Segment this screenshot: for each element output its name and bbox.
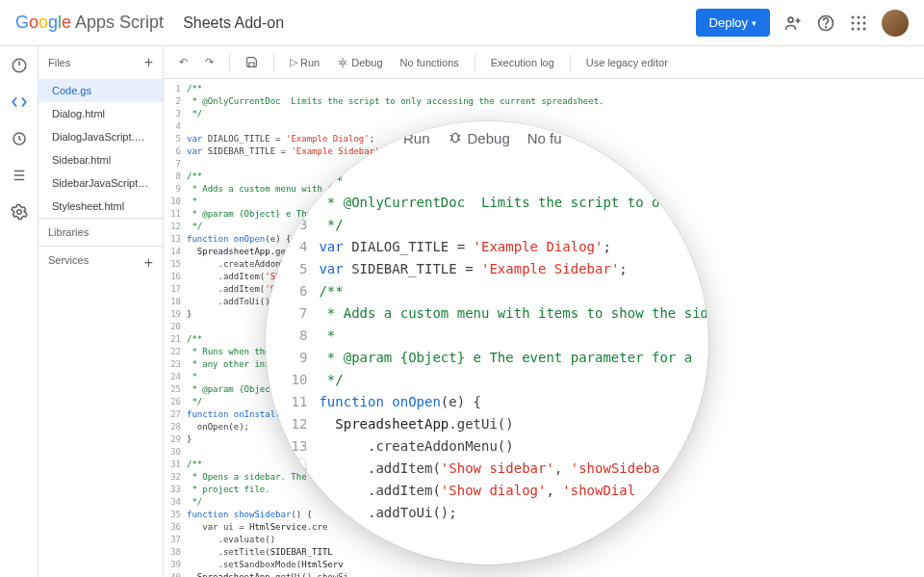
svg-point-21 (16, 210, 21, 215)
debug-button[interactable]: Debug (331, 54, 388, 71)
redo-button[interactable]: ↷ (199, 53, 219, 71)
file-item[interactable]: DialogJavaScript.html (38, 125, 163, 148)
run-button[interactable]: ▷ Run (284, 53, 325, 71)
help-icon[interactable] (816, 13, 835, 33)
libraries-header[interactable]: Libraries (48, 226, 89, 238)
svg-point-0 (788, 17, 793, 22)
save-button[interactable] (240, 53, 264, 71)
svg-point-6 (858, 15, 860, 18)
svg-point-4 (826, 26, 827, 27)
left-rail (0, 46, 38, 577)
debug-button-mag: Debug (448, 130, 510, 146)
editor-toolbar: ↶ ↷ ▷ Run Debug No functions Execution l… (164, 46, 924, 79)
add-service-button[interactable]: + (144, 254, 153, 272)
svg-point-7 (863, 15, 866, 18)
svg-point-10 (863, 21, 866, 24)
apps-icon[interactable] (849, 13, 868, 33)
project-name[interactable]: Sheets Add-on (183, 14, 284, 32)
file-item[interactable]: Stylesheet.html (38, 195, 163, 218)
file-item[interactable]: Code.gs (38, 79, 163, 102)
svg-line-26 (346, 64, 347, 65)
header: Google Apps Script Sheets Add-on Deploy (0, 0, 924, 46)
legacy-editor-button[interactable]: Use legacy editor (580, 54, 674, 71)
function-select[interactable]: No functions (395, 54, 465, 71)
add-file-button[interactable]: + (144, 54, 153, 71)
execution-log-button[interactable]: Execution log (485, 54, 560, 71)
svg-point-9 (858, 21, 860, 24)
rail-executions-icon[interactable] (10, 166, 29, 185)
svg-point-5 (852, 15, 855, 18)
svg-line-27 (339, 64, 341, 65)
files-header: Files (48, 57, 70, 68)
file-item[interactable]: Dialog.html (38, 102, 163, 125)
svg-point-8 (852, 21, 855, 24)
logo: Google Apps Script (15, 13, 164, 33)
no-functions-mag: No fu (527, 130, 562, 146)
svg-line-28 (346, 61, 347, 62)
deploy-button[interactable]: Deploy (696, 9, 770, 37)
files-panel: Files+ Code.gsDialog.htmlDialogJavaScrip… (38, 46, 164, 577)
undo-button[interactable]: ↶ (173, 53, 193, 71)
rail-settings-icon[interactable] (10, 202, 29, 222)
svg-line-25 (339, 61, 341, 62)
file-item[interactable]: Sidebar.html (38, 148, 163, 171)
svg-point-22 (341, 61, 345, 65)
services-header[interactable]: Services (48, 254, 89, 272)
logo-text: Apps Script (75, 13, 164, 33)
svg-point-13 (863, 27, 866, 30)
magnifier-overlay: ▷ Run Debug No fu 1234567891011121314151… (266, 121, 708, 564)
rail-overview-icon[interactable] (10, 56, 29, 75)
svg-point-29 (451, 133, 458, 142)
svg-point-11 (852, 27, 855, 30)
share-icon[interactable] (783, 13, 803, 33)
rail-editor-icon[interactable] (10, 92, 29, 112)
rail-triggers-icon[interactable] (10, 129, 29, 148)
avatar[interactable] (882, 10, 909, 37)
file-item[interactable]: SidebarJavaScript.html (38, 171, 163, 195)
svg-point-12 (858, 27, 860, 30)
